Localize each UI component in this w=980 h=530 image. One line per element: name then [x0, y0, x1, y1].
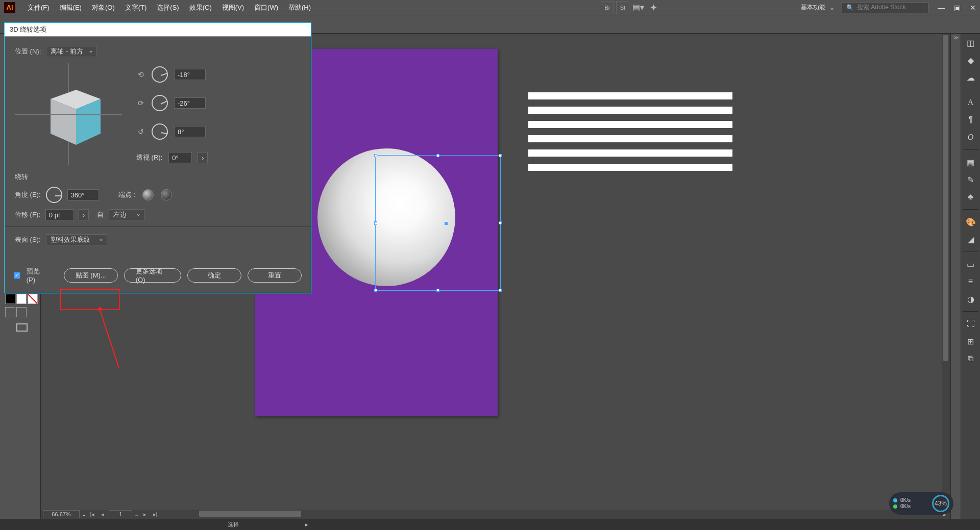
zoom-dropdown-icon[interactable]: ⌄: [82, 511, 86, 518]
draw-mode-buttons[interactable]: [5, 307, 27, 317]
none-swatch[interactable]: [28, 294, 38, 304]
rotate-y-dial[interactable]: [152, 95, 168, 111]
selection-handle[interactable]: [499, 154, 502, 157]
menu-window[interactable]: 窗口(W): [249, 0, 283, 15]
cap-on-icon[interactable]: [142, 189, 154, 200]
anchor-point[interactable]: [374, 222, 377, 225]
window-close-icon[interactable]: ✕: [970, 4, 976, 12]
selection-handle[interactable]: [374, 289, 377, 292]
cc-icon[interactable]: ☁: [965, 71, 977, 84]
position-dropdown[interactable]: 离轴 - 前方: [46, 46, 97, 57]
rotate-x-icon: ⟲: [136, 70, 145, 79]
align-icon[interactable]: ≡: [965, 275, 977, 288]
workspace-switcher[interactable]: 基本功能⌄: [797, 3, 839, 12]
draw-behind-icon[interactable]: [16, 307, 27, 317]
selection-handle[interactable]: [374, 154, 377, 157]
brushes-icon[interactable]: ✎: [965, 173, 977, 186]
character-icon[interactable]: A: [965, 96, 977, 109]
selection-handle[interactable]: [499, 289, 502, 292]
bridge-icon[interactable]: Br: [601, 1, 614, 14]
perspective-stepper[interactable]: ›: [198, 152, 208, 163]
preview-checkbox[interactable]: ✓: [14, 272, 20, 279]
rotate-x-dial[interactable]: [152, 66, 168, 83]
transform-icon[interactable]: ⛶: [965, 318, 977, 330]
menu-effect[interactable]: 效果(C): [184, 0, 217, 15]
pathfinder-icon[interactable]: ⊞: [965, 335, 977, 347]
gpu-icon[interactable]: ✦: [647, 1, 660, 14]
fill-stroke-swatches[interactable]: [5, 294, 38, 304]
revolve-angle-dial[interactable]: [46, 187, 62, 203]
layers-icon[interactable]: ◆: [965, 54, 977, 66]
gradient-icon[interactable]: ◢: [965, 233, 977, 245]
menu-edit[interactable]: 编辑(E): [55, 0, 87, 15]
artboards-icon[interactable]: ⧉: [965, 352, 977, 365]
draw-normal-icon[interactable]: [5, 307, 15, 317]
color-icon[interactable]: 🎨: [965, 216, 977, 228]
vertical-scrollbar[interactable]: [942, 34, 950, 510]
dialog-title: 3D 绕转选项: [5, 23, 311, 37]
window-minimize-icon[interactable]: —: [938, 4, 945, 12]
selection-handle[interactable]: [436, 289, 439, 292]
transparency-icon[interactable]: ◑: [965, 293, 977, 305]
screen-mode-icon[interactable]: [16, 323, 28, 332]
rotate-x-input[interactable]: -18°: [174, 69, 206, 80]
next-artboard-icon[interactable]: ▸: [141, 511, 149, 518]
offset-label: 位移 (F):: [15, 210, 40, 219]
anchor-point[interactable]: [445, 222, 448, 225]
scrollbar-thumb[interactable]: [199, 511, 301, 517]
white-bars-pattern: [528, 92, 732, 178]
search-stock-input[interactable]: 🔍 搜索 Adobe Stock: [842, 2, 928, 13]
menu-help[interactable]: 帮助(H): [283, 0, 316, 15]
menu-file[interactable]: 文件(F): [22, 0, 55, 15]
surface-dropdown[interactable]: 塑料效果底纹: [46, 234, 107, 245]
scrollbar-thumb[interactable]: [943, 35, 948, 361]
selection-bounding-box[interactable]: [375, 155, 501, 291]
rotate-y-input[interactable]: -26°: [174, 97, 206, 109]
rotation-track-cube[interactable]: [15, 63, 122, 165]
first-artboard-icon[interactable]: |◂: [88, 511, 96, 518]
cap-off-icon[interactable]: [161, 189, 172, 200]
upload-dot-icon: [893, 498, 897, 502]
menu-select[interactable]: 选择(S): [152, 0, 184, 15]
offset-input[interactable]: 0 pt: [45, 209, 74, 220]
rotate-z-dial[interactable]: [152, 123, 168, 140]
fill-swatch[interactable]: [5, 294, 15, 304]
opentype-icon[interactable]: O: [965, 131, 977, 143]
artboard-dropdown-icon[interactable]: ⌄: [134, 511, 139, 518]
stroke-icon[interactable]: ▭: [965, 258, 977, 270]
position-label: 位置 (N):: [15, 47, 41, 56]
reset-button[interactable]: 重置: [248, 268, 302, 283]
map-art-button[interactable]: 贴图 (M)...: [64, 268, 118, 283]
rotate-z-input[interactable]: 8°: [174, 126, 206, 137]
window-maximize-icon[interactable]: ▣: [954, 4, 961, 12]
artboard-number[interactable]: 1: [109, 510, 132, 518]
stock-icon[interactable]: St: [616, 1, 629, 14]
from-value: 左边: [113, 210, 127, 219]
arrange-docs-icon[interactable]: ▤▾: [631, 1, 645, 14]
menu-view[interactable]: 视图(V): [217, 0, 249, 15]
revolve-angle-input[interactable]: 360°: [67, 189, 99, 200]
symbols-icon[interactable]: ♣: [965, 191, 977, 203]
zoom-level[interactable]: 66.67%: [43, 510, 80, 518]
ok-button[interactable]: 确定: [187, 268, 241, 283]
from-dropdown[interactable]: 左边: [109, 209, 144, 220]
perspective-input[interactable]: 0°: [168, 152, 192, 163]
prev-artboard-icon[interactable]: ◂: [99, 511, 107, 518]
menu-bar: Ai 文件(F) 编辑(E) 对象(O) 文字(T) 选择(S) 效果(C) 视…: [0, 0, 980, 15]
last-artboard-icon[interactable]: ▸|: [151, 511, 159, 518]
status-menu-icon[interactable]: ▸: [305, 521, 308, 528]
menu-object[interactable]: 对象(O): [87, 0, 120, 15]
document-footer: 66.67% ⌄ |◂ ◂ 1 ⌄ ▸ ▸| ▸: [41, 510, 950, 519]
network-meter-widget: 0K/s 0K/s 43%: [889, 492, 953, 515]
panel-collapse-icon[interactable]: ≫: [950, 34, 961, 519]
selection-handle[interactable]: [499, 221, 502, 224]
menu-type[interactable]: 文字(T): [120, 0, 152, 15]
download-speed: 0K/s: [900, 503, 911, 510]
swatches-icon[interactable]: ▦: [965, 156, 977, 168]
offset-stepper[interactable]: ›: [79, 209, 89, 220]
paragraph-icon[interactable]: ¶: [965, 114, 977, 126]
stroke-swatch[interactable]: [16, 294, 27, 304]
libraries-icon[interactable]: ◫: [965, 37, 977, 49]
selection-handle[interactable]: [436, 154, 439, 157]
more-options-button[interactable]: 更多选项 (O): [124, 268, 181, 283]
